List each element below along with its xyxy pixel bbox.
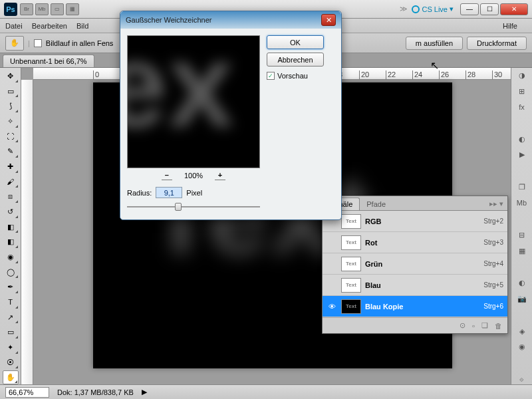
panel-dock: ◑ ⊞ fx ◐ ▶ ❐ Mb ⊟ ▦ ◐ 📷 ◈ ◉ ⟐	[511, 68, 532, 384]
channel-row-red[interactable]: Text Rot Strg+3	[323, 232, 507, 253]
preview-image[interactable]: ex	[127, 35, 260, 168]
dodge-tool[interactable]: ◯	[3, 265, 19, 279]
move-tool[interactable]: ✥	[3, 69, 19, 83]
arrange-icon[interactable]: ▦	[66, 3, 79, 15]
print-format-button[interactable]: Druckformat	[467, 37, 527, 50]
new-channel-icon[interactable]: ❏	[481, 321, 488, 330]
zoom-out-button[interactable]: –	[162, 171, 172, 180]
channel-shortcut: Strg+2	[483, 217, 503, 225]
minibridge-icon[interactable]: Mb	[35, 3, 49, 15]
wand-tool[interactable]: ✧	[3, 114, 19, 128]
maximize-button[interactable]: ☐	[480, 3, 499, 15]
channel-row-blue[interactable]: Text Blau Strg+5	[323, 275, 507, 296]
type-tool[interactable]: T	[3, 295, 19, 309]
gaussian-blur-dialog: Gaußscher Weichzeichner ✕ ex – 100% + Ra…	[120, 11, 342, 220]
cs-live-button[interactable]: CS Live ▾	[412, 5, 454, 13]
bridge-icon[interactable]: Br	[20, 3, 33, 15]
crop-tool[interactable]: ⛶	[3, 130, 19, 144]
history-panel-icon[interactable]: ⊟	[515, 230, 529, 241]
photoshop-icon: Ps	[4, 3, 17, 16]
zoom-in-button[interactable]: +	[215, 171, 225, 180]
panel-footer: ⊙ ▫ ❏ 🗑	[323, 317, 507, 333]
tools-panel: ✥ ▭ ⟆ ✧ ⛶ ✎ ✚ 🖌 ⧇ ↺ ◧ ◧ ◉ ◯ ✒ T ↗ ▭ ✦ ⦿ …	[0, 68, 21, 384]
preview-label: Vorschau	[277, 72, 308, 80]
dialog-title: Gaußscher Weichzeichner	[126, 16, 321, 24]
tab-paths[interactable]: Pfade	[360, 198, 392, 210]
autoscroll-checkbox[interactable]	[34, 39, 42, 47]
dialog-titlebar[interactable]: Gaußscher Weichzeichner ✕	[120, 11, 341, 29]
layers-panel-icon[interactable]: ❐	[515, 182, 529, 193]
close-button[interactable]: ✕	[500, 3, 528, 15]
color-panel-icon[interactable]: ◑	[515, 70, 529, 81]
radius-label: Radius:	[127, 189, 152, 197]
radius-unit: Pixel	[186, 189, 202, 197]
menu-edit[interactable]: Bearbeiten	[32, 22, 67, 30]
autoscroll-label: Bildlauf in allen Fens	[46, 39, 114, 47]
zoom-level: 100%	[184, 172, 203, 180]
dialog-close-button[interactable]: ✕	[321, 14, 336, 26]
history-brush-tool[interactable]: ↺	[3, 205, 19, 219]
cancel-button[interactable]: Abbrechen	[267, 53, 324, 66]
doc-size-label: Dok: 1,37 MB/838,7 KB	[57, 388, 134, 396]
adjust-panel-icon[interactable]: ◐	[515, 134, 529, 145]
channel-thumb: Text	[341, 214, 361, 229]
shape-tool[interactable]: ▭	[3, 325, 19, 339]
channel-row-green[interactable]: Text Grün Strg+4	[323, 253, 507, 275]
styles-panel-icon[interactable]: fx	[515, 102, 529, 112]
panel-tabs: Kanäle Pfade ▸▸ ▾	[323, 196, 507, 211]
eyedropper-tool[interactable]: ✎	[3, 144, 19, 158]
eraser-tool[interactable]: ◧	[3, 220, 19, 234]
heal-tool[interactable]: ✚	[3, 160, 19, 174]
path-tool[interactable]: ↗	[3, 311, 19, 325]
actions-panel-icon[interactable]: ▦	[515, 246, 529, 257]
brush-tool[interactable]: 🖌	[3, 175, 19, 189]
hand-tool[interactable]: ✋	[3, 370, 19, 384]
load-sel-icon[interactable]: ⊙	[460, 321, 466, 330]
lasso-tool[interactable]: ⟆	[3, 99, 19, 113]
minimize-button[interactable]: —	[460, 3, 479, 15]
visibility-icon[interactable]: 👁	[327, 303, 337, 311]
ok-button[interactable]: OK	[267, 35, 324, 49]
3d-cam-tool[interactable]: ⦿	[3, 356, 19, 370]
document-tab[interactable]: Unbenannt-1 bei 66,7%	[3, 55, 94, 67]
preview-checkbox[interactable]: ✓	[267, 72, 275, 80]
ruler-vertical	[21, 80, 33, 384]
menu-help[interactable]: Hilfe	[503, 22, 517, 30]
zoom-field[interactable]: 66,67%	[5, 387, 49, 398]
panel-menu-icon[interactable]: ▸▸ ▾	[485, 198, 507, 210]
menu-image[interactable]: Bild	[76, 22, 88, 30]
channel-row-rgb[interactable]: Text RGB Strg+2	[323, 211, 507, 232]
nav-panel-icon[interactable]: ◐	[515, 278, 529, 289]
marquee-tool[interactable]: ▭	[3, 84, 19, 98]
screenmode-icon[interactable]: ▭	[51, 3, 64, 15]
swatches-panel-icon[interactable]: ⊞	[515, 86, 529, 97]
blur-tool[interactable]: ◉	[3, 250, 19, 264]
fill-button[interactable]: m ausfüllen	[406, 37, 463, 50]
radius-input[interactable]	[156, 187, 182, 198]
info-panel-icon[interactable]: 📷	[515, 294, 529, 305]
prev-icon[interactable]: ≫	[400, 5, 408, 13]
channels-panel: Kanäle Pfade ▸▸ ▾ Text RGB Strg+2 Text R…	[322, 196, 508, 334]
measure-panel-icon[interactable]: ⟐	[515, 374, 529, 384]
menu-file[interactable]: Datei	[5, 22, 23, 30]
channel-row-blue-copy[interactable]: 👁 Text Blau Kopie Strg+6	[323, 296, 507, 317]
cam-panel-icon[interactable]: ◉	[515, 342, 529, 352]
pen-tool[interactable]: ✒	[3, 280, 19, 294]
dialog-preview: ex – 100% + Radius: Pixel	[127, 35, 260, 213]
masks-panel-icon[interactable]: ▶	[515, 150, 529, 160]
3d-panel-icon[interactable]: ◈	[515, 326, 529, 336]
radius-slider[interactable]	[127, 201, 260, 213]
stamp-tool[interactable]: ⧇	[3, 190, 19, 203]
channel-name: RGB	[365, 217, 479, 225]
3d-tool[interactable]: ✦	[3, 340, 19, 354]
status-arrow-icon[interactable]: ▶	[142, 388, 147, 396]
current-tool-icon[interactable]: ✋	[5, 36, 24, 51]
delete-channel-icon[interactable]: 🗑	[495, 322, 502, 330]
gradient-tool[interactable]: ◧	[3, 235, 19, 249]
status-bar: 66,67% Dok: 1,37 MB/838,7 KB ▶	[0, 384, 532, 399]
mb-panel-icon[interactable]: Mb	[515, 198, 529, 208]
save-sel-icon[interactable]: ▫	[472, 322, 475, 330]
